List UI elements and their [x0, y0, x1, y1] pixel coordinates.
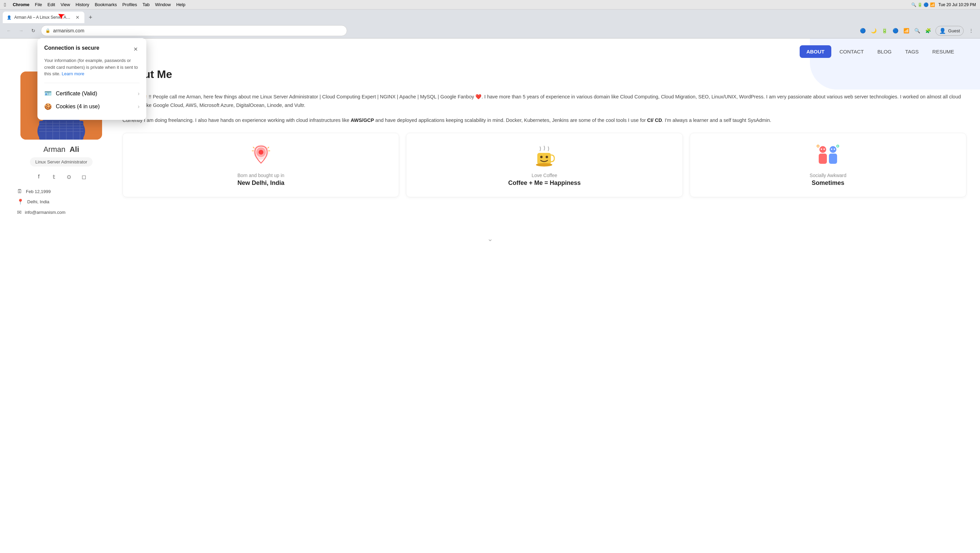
- svg-point-31: [546, 156, 548, 158]
- svg-line-28: [268, 147, 269, 148]
- sidebar-name-first: Arman: [43, 145, 65, 154]
- menu-file[interactable]: File: [35, 2, 42, 7]
- scroll-down-icon: ⌄: [487, 234, 493, 243]
- card-coffee: Love Coffee Coffee + Me = Happiness: [406, 133, 682, 197]
- cookies-label: Cookies: [56, 104, 76, 109]
- menu-view[interactable]: View: [60, 2, 70, 7]
- cards-row: Born and bought up in New Delhi, India: [123, 133, 966, 197]
- svg-point-42: [817, 145, 819, 147]
- reload-button[interactable]: ↻: [29, 26, 38, 35]
- email-icon: ✉: [17, 209, 21, 215]
- ext-puzzle-button[interactable]: 🧩: [923, 26, 933, 35]
- profile-icon: 👤: [939, 27, 946, 34]
- tab-favicon: 👤: [7, 15, 11, 20]
- battery-ext-button[interactable]: 🔋: [880, 26, 889, 35]
- menu-help[interactable]: Help: [176, 2, 185, 7]
- browser-right-controls: 🔵 🌙 🔋 🔵 📶 🔍 🧩 👤 Guest ⋮: [858, 26, 976, 36]
- sidebar-name: Arman Ali: [43, 145, 79, 154]
- menu-window[interactable]: Window: [155, 2, 171, 7]
- profile-button[interactable]: 👤 Guest: [935, 26, 964, 36]
- meta-location-text: Delhi, India: [27, 199, 49, 204]
- tab-close-button[interactable]: ✕: [75, 14, 80, 20]
- sidebar-name-last: Ali: [69, 145, 79, 154]
- cookies-arrow-icon: ›: [138, 104, 140, 110]
- apple-logo: : [4, 2, 6, 8]
- url-text: armanism.com: [53, 28, 343, 33]
- menubar-right: 🔍 🔋 🔵 📶 Tue 20 Jul 10:29 PM: [911, 2, 976, 7]
- site-nav: ABOUT CONTACT BLOG TAGS RESUME: [0, 38, 980, 65]
- menu-tab[interactable]: Tab: [143, 2, 150, 7]
- meta-birthday-text: Feb 12,1999: [26, 189, 51, 194]
- wifi-ext-button[interactable]: 📶: [901, 26, 911, 35]
- learn-more-link[interactable]: Learn more: [62, 71, 84, 76]
- svg-rect-34: [819, 154, 827, 164]
- social-links: f 𝕥 ⊙ ◻: [34, 172, 89, 182]
- svg-point-24: [259, 150, 263, 155]
- svg-point-36: [824, 148, 825, 150]
- siri-ext-button[interactable]: 🔵: [858, 26, 867, 35]
- svg-line-26: [253, 147, 254, 148]
- para2-prefix: Currently I am doing freelancing. I also…: [123, 118, 351, 123]
- card-social-title: Sometimes: [811, 180, 844, 186]
- menu-history[interactable]: History: [76, 2, 89, 7]
- forward-button[interactable]: →: [16, 26, 26, 35]
- meta-email: ✉ info@armanism.com: [17, 209, 105, 215]
- nav-about[interactable]: ABOUT: [800, 45, 831, 58]
- nav-contact[interactable]: CONTACT: [834, 46, 869, 57]
- social-twitter-icon[interactable]: 𝕥: [49, 172, 59, 182]
- certificate-item[interactable]: 🪪 Certificate (Valid) ›: [44, 87, 140, 100]
- nav-tags[interactable]: TAGS: [900, 46, 924, 57]
- profile-label: Guest: [948, 28, 960, 33]
- meta-email-text: info@armanism.com: [25, 210, 65, 215]
- webpage: ABOUT CONTACT BLOG TAGS RESUME: [0, 38, 980, 245]
- popup-divider: [44, 83, 140, 83]
- moon-ext-button[interactable]: 🌙: [869, 26, 878, 35]
- svg-point-40: [834, 148, 835, 150]
- extension-area: 🔵 🌙 🔋 🔵 📶 🔍 🧩: [858, 26, 933, 35]
- card-social-subtitle: Socially Awkward: [810, 173, 846, 178]
- coffee-cup-svg: [533, 143, 555, 167]
- menu-bookmarks[interactable]: Bookmarks: [95, 2, 117, 7]
- back-button[interactable]: ←: [4, 26, 14, 35]
- nav-blog[interactable]: BLOG: [872, 46, 897, 57]
- svg-point-44: [837, 145, 838, 147]
- certificate-label: Certificate: [56, 91, 80, 96]
- address-bar[interactable]: 🔒 armanism.com: [41, 25, 347, 36]
- popup-body-text: Your information (for example, passwords…: [44, 58, 138, 76]
- menu-edit[interactable]: Edit: [48, 2, 55, 7]
- browser-tab-active[interactable]: 👤 Arman Ali – A Linux Server Adm… ✕: [3, 11, 84, 23]
- para2-bold1: AWS/GCP: [351, 118, 374, 123]
- people-svg: [815, 143, 841, 167]
- address-bar-row: ← → ↻ 🔒 armanism.com 🔵 🌙 🔋 🔵 📶 🔍 🧩 👤 Gue…: [0, 23, 980, 38]
- location-pin-svg: [251, 143, 271, 167]
- popup-title: Connection is secure: [44, 45, 99, 51]
- sidebar-role: Linux Server Administrator: [30, 157, 92, 167]
- social-github-icon[interactable]: ⊙: [64, 172, 73, 182]
- popup-close-button[interactable]: ✕: [131, 45, 140, 53]
- svg-point-35: [821, 148, 822, 150]
- search-ext-button[interactable]: 🔍: [912, 26, 922, 35]
- menu-profiles[interactable]: Profiles: [122, 2, 137, 7]
- card-location-icon: [251, 143, 271, 167]
- social-facebook-icon[interactable]: f: [34, 172, 43, 182]
- para2-suffix: . I'm always a learner and a self taught…: [662, 118, 771, 123]
- svg-point-37: [830, 146, 837, 153]
- cookies-item[interactable]: 🍪 Cookies (4 in use) ›: [44, 100, 140, 113]
- about-paragraph-1: Hi there 👋 !! People call me Arman, here…: [123, 92, 966, 109]
- system-time: Tue 20 Jul 10:29 PM: [939, 2, 976, 7]
- social-instagram-icon[interactable]: ◻: [79, 172, 89, 182]
- meta-birthday: 🗓 Feb 12,1999: [17, 188, 105, 194]
- svg-rect-29: [537, 153, 551, 164]
- bluetooth-ext-button[interactable]: 🔵: [891, 26, 900, 35]
- nav-resume[interactable]: RESUME: [927, 46, 959, 57]
- para2-bold2: CI/ CD: [647, 118, 662, 123]
- menu-chrome[interactable]: Chrome: [13, 2, 29, 7]
- card-social: Socially Awkward Sometimes: [690, 133, 966, 197]
- page-content: Arman Ali Linux Server Administrator f 𝕥…: [0, 65, 980, 229]
- menubar-icons: 🔍 🔋 🔵 📶: [911, 2, 935, 7]
- para2-middle: and have deployed applications keeping s…: [374, 118, 647, 123]
- more-options-button[interactable]: ⋮: [966, 26, 976, 35]
- svg-point-39: [831, 148, 832, 150]
- new-tab-button[interactable]: +: [86, 13, 95, 22]
- svg-rect-38: [829, 154, 837, 164]
